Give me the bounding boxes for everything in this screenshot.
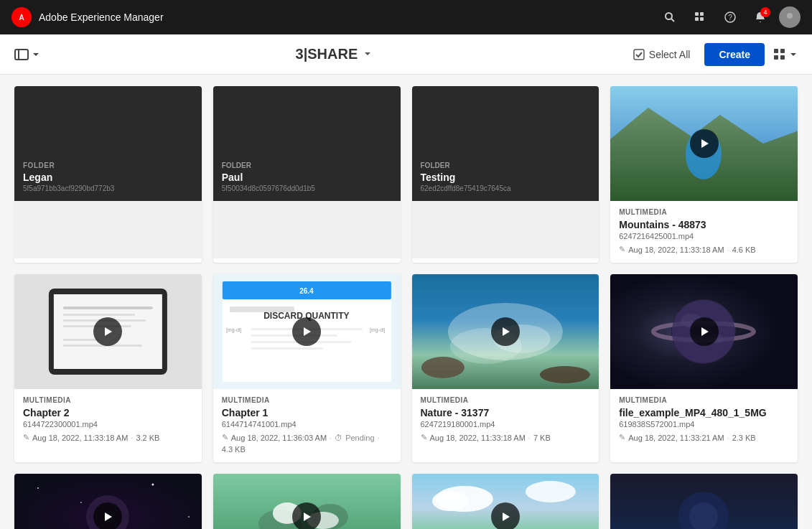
- play-button-partial2[interactable]: [292, 502, 321, 529]
- card-meta-chapter2: ✎ Aug 18, 2022, 11:33:18 AM · 3.2 KB: [23, 433, 193, 442]
- folder-card-paul[interactable]: FOLDER Paul 5f50034d8c0597676dd0d1b5: [213, 86, 401, 263]
- card-meta-mountains: ✎ Aug 18, 2022, 11:33:18 AM · 4.6 KB: [619, 245, 789, 254]
- card-thumbnail-mountains: [610, 86, 798, 201]
- folder-type-label: FOLDER: [23, 161, 193, 169]
- folder-name: Legan: [23, 172, 193, 183]
- play-button-chapter2[interactable]: [93, 317, 122, 346]
- folder-preview-area: [14, 201, 202, 258]
- svg-point-75: [431, 491, 467, 511]
- folder-preview-area-testing: [412, 201, 599, 258]
- card-partial-4[interactable]: [610, 474, 798, 529]
- card-thumbnail-nature: [412, 274, 599, 389]
- toolbar: 3|SHARE Select All Create: [0, 34, 812, 75]
- svg-marker-66: [105, 512, 112, 521]
- select-all-button[interactable]: Select All: [627, 46, 696, 63]
- svg-rect-6: [695, 17, 699, 21]
- svg-point-62: [80, 502, 82, 503]
- card-thumbnail-partial-3: [412, 474, 599, 529]
- folder-thumbnail-testing: FOLDER Testing 62ed2cdffd8e75419c7645ca: [412, 86, 599, 201]
- card-meta-file-example: ✎ Aug 18, 2022, 11:33:21 AM · 2.3 KB: [619, 433, 789, 442]
- notification-bell-icon[interactable]: 4: [749, 6, 772, 29]
- card-title-mountains: Mountains - 48873: [619, 219, 789, 230]
- svg-marker-72: [304, 512, 311, 521]
- svg-marker-78: [503, 512, 510, 521]
- folder-type-label: FOLDER: [222, 161, 392, 169]
- user-avatar[interactable]: [779, 6, 801, 28]
- card-type-chapter1: MULTIMEDIA: [222, 396, 392, 404]
- card-body-mountains: MULTIMEDIA Mountains - 48873 62472164250…: [610, 201, 798, 263]
- svg-text:26.4: 26.4: [299, 287, 314, 295]
- card-file-example[interactable]: MULTIMEDIA file_example_MP4_480_1_5MG 61…: [610, 274, 798, 462]
- card-filename-file-example: 619838S572001.mp4: [619, 420, 789, 429]
- help-icon[interactable]: ?: [719, 6, 742, 29]
- svg-rect-4: [695, 12, 699, 16]
- svg-text:A: A: [19, 14, 24, 22]
- card-thumbnail-file-example: [610, 274, 798, 389]
- brand-icon: A: [11, 7, 32, 27]
- card-meta-nature: ✎ Aug 18, 2022, 11:33:18 AM · 7 KB: [421, 433, 591, 442]
- play-button-chapter1[interactable]: [292, 317, 321, 346]
- folder-thumbnail-legan: FOLDER Legan 5f5a971bb3acf9290bd772b3: [14, 86, 202, 201]
- svg-rect-16: [780, 49, 785, 53]
- card-thumbnail-chapter2: [14, 274, 202, 389]
- card-nature[interactable]: MULTIMEDIA Nature - 31377 6247219180001.…: [412, 274, 599, 462]
- svg-rect-17: [774, 55, 778, 60]
- svg-rect-7: [700, 17, 704, 21]
- title-area: 3|SHARE: [49, 46, 619, 62]
- folder-card-legan[interactable]: FOLDER Legan 5f5a971bb3acf9290bd772b3: [14, 86, 202, 263]
- card-partial-3[interactable]: [412, 474, 599, 529]
- svg-marker-22: [701, 139, 709, 148]
- card-filename-chapter1: 6144714741001.mp4: [222, 420, 392, 429]
- search-icon[interactable]: [658, 6, 681, 29]
- page-title: 3|SHARE: [296, 46, 358, 62]
- card-partial-2[interactable]: [213, 474, 401, 529]
- card-chapter2[interactable]: MULTIMEDIA Chapter 2 6144722300001.mp4 ✎…: [14, 274, 202, 462]
- svg-point-64: [188, 516, 190, 518]
- svg-marker-52: [503, 327, 510, 336]
- card-body-chapter1: MULTIMEDIA Chapter 1 6144714741001.mp4 ✎…: [213, 389, 401, 462]
- play-button-file-example[interactable]: [690, 317, 719, 346]
- sidebar-toggle[interactable]: [14, 49, 40, 60]
- svg-rect-27: [63, 314, 135, 316]
- play-button-nature[interactable]: [491, 317, 520, 346]
- right-actions: Select All Create: [627, 43, 798, 66]
- play-button-partial3[interactable]: [491, 502, 520, 529]
- svg-marker-59: [701, 327, 709, 336]
- select-all-label: Select All: [649, 49, 691, 60]
- folder-info-testing: FOLDER Testing 62ed2cdffd8e75419c7645ca: [412, 154, 599, 201]
- card-filename-chapter2: 6144722300001.mp4: [23, 420, 193, 429]
- card-meta-chapter1: ✎ Aug 18, 2022, 11:36:03 AM · ⏱ Pending …: [222, 433, 392, 454]
- card-filename-nature: 6247219180001.mp4: [421, 420, 591, 429]
- play-button-partial1[interactable]: [93, 502, 122, 529]
- svg-text:[mg-dl]: [mg-dl]: [226, 327, 241, 333]
- apps-grid-icon[interactable]: [689, 6, 711, 29]
- view-toggle[interactable]: [773, 48, 798, 61]
- svg-rect-26: [63, 306, 153, 309]
- card-thumbnail-chapter1: 26.4 DISCARD QUANTITY [mg-dl] [mg-dl]: [213, 274, 401, 389]
- card-filename-mountains: 6247216425001.mp4: [619, 232, 789, 240]
- svg-point-61: [37, 487, 39, 489]
- create-button[interactable]: Create: [704, 43, 765, 66]
- title-dropdown-icon[interactable]: [363, 48, 372, 61]
- notification-badge: 4: [760, 7, 770, 17]
- card-mountains[interactable]: MULTIMEDIA Mountains - 48873 62472164250…: [610, 86, 798, 263]
- card-type-chapter2: MULTIMEDIA: [23, 396, 193, 404]
- svg-rect-30: [63, 339, 99, 341]
- card-title-chapter2: Chapter 2: [23, 407, 193, 418]
- card-body-nature: MULTIMEDIA Nature - 31377 6247219180001.…: [412, 389, 599, 451]
- card-chapter1[interactable]: 26.4 DISCARD QUANTITY [mg-dl] [mg-dl] MU…: [213, 274, 401, 462]
- svg-rect-18: [780, 55, 785, 60]
- svg-text:?: ?: [728, 14, 732, 22]
- svg-line-3: [671, 19, 674, 22]
- top-navigation: A Adobe Experience Manager ? 4: [0, 0, 812, 34]
- folder-card-testing[interactable]: FOLDER Testing 62ed2cdffd8e75419c7645ca: [412, 86, 599, 263]
- folder-id-paul: 5f50034d8c0597676dd0d1b5: [222, 184, 392, 192]
- card-title-nature: Nature - 31377: [421, 407, 591, 418]
- card-partial-1[interactable]: [14, 474, 202, 529]
- svg-marker-45: [304, 327, 311, 336]
- card-body-chapter2: MULTIMEDIA Chapter 2 6144722300001.mp4 ✎…: [14, 389, 202, 451]
- play-button-mountains[interactable]: [690, 129, 719, 158]
- svg-text:[mg-dl]: [mg-dl]: [370, 327, 385, 333]
- card-title-file-example: file_example_MP4_480_1_5MG: [619, 407, 789, 418]
- card-type-nature: MULTIMEDIA: [421, 396, 591, 404]
